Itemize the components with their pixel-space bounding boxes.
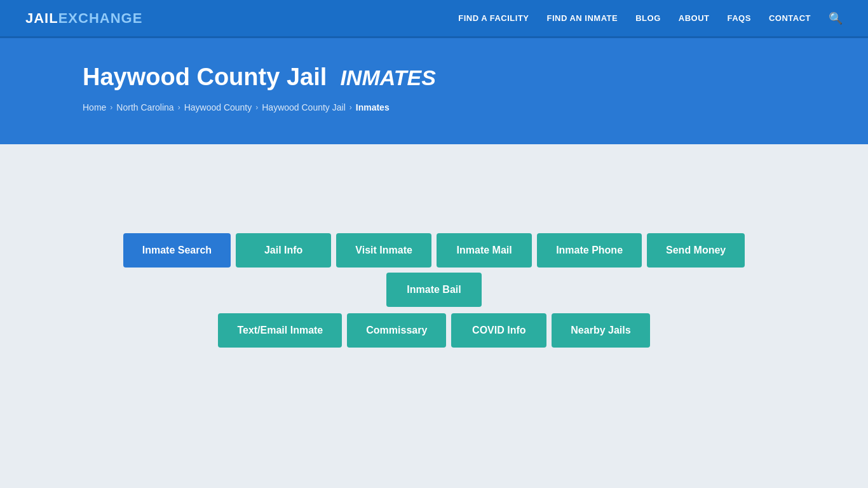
nav-about[interactable]: ABOUT: [679, 13, 710, 23]
breadcrumb-sep-1: ›: [110, 103, 112, 112]
btn-visit-inmate[interactable]: Visit Inmate: [336, 233, 431, 268]
logo-exchange: EXCHANGE: [58, 10, 143, 26]
nav-contact[interactable]: CONTACT: [769, 13, 811, 23]
breadcrumb-sep-3: ›: [255, 103, 258, 112]
buttons-section: Inmate Search Jail Info Visit Inmate Inm…: [83, 233, 785, 348]
buttons-row-2: Text/Email Inmate Commissary COVID Info …: [218, 313, 649, 348]
page-title-italic: INMATES: [340, 65, 435, 90]
page-title: Haywood County Jail INMATES: [83, 64, 843, 91]
hero-section: Haywood County Jail INMATES Home › North…: [0, 38, 868, 144]
main-nav: FIND A FACILITY FIND AN INMATE BLOG ABOU…: [458, 11, 843, 25]
btn-text-email-inmate[interactable]: Text/Email Inmate: [218, 313, 342, 348]
breadcrumb-sep-4: ›: [349, 103, 352, 112]
page-title-main: Haywood County Jail: [83, 64, 327, 90]
breadcrumb-sep-2: ›: [178, 103, 180, 112]
btn-inmate-phone[interactable]: Inmate Phone: [537, 233, 642, 268]
search-icon-button[interactable]: 🔍: [829, 11, 843, 25]
logo-jail: JAIL: [25, 10, 58, 26]
nav-faqs[interactable]: FAQs: [728, 13, 751, 23]
btn-nearby-jails[interactable]: Nearby Jails: [552, 313, 649, 348]
breadcrumb-haywood-county[interactable]: Haywood County: [184, 102, 252, 112]
buttons-row-1: Inmate Search Jail Info Visit Inmate Inm…: [83, 233, 785, 307]
breadcrumb-home[interactable]: Home: [83, 102, 106, 112]
nav-blog[interactable]: BLOG: [635, 13, 661, 23]
btn-inmate-mail[interactable]: Inmate Mail: [437, 233, 532, 268]
nav-find-inmate[interactable]: FIND AN INMATE: [547, 13, 618, 23]
site-header: JAILEXCHANGE FIND A FACILITY FIND AN INM…: [0, 0, 868, 38]
btn-inmate-search[interactable]: Inmate Search: [123, 233, 231, 268]
breadcrumb-current: Inmates: [356, 102, 390, 112]
btn-commissary[interactable]: Commissary: [347, 313, 446, 348]
breadcrumb-haywood-jail[interactable]: Haywood County Jail: [262, 102, 346, 112]
btn-send-money[interactable]: Send Money: [647, 233, 745, 268]
site-logo[interactable]: JAILEXCHANGE: [25, 10, 142, 27]
main-content: Inmate Search Jail Info Visit Inmate Inm…: [0, 144, 868, 462]
btn-jail-info[interactable]: Jail Info: [236, 233, 331, 268]
breadcrumb-nc[interactable]: North Carolina: [116, 102, 173, 112]
breadcrumb: Home › North Carolina › Haywood County ›…: [83, 102, 843, 112]
btn-covid-info[interactable]: COVID Info: [451, 313, 546, 348]
nav-find-facility[interactable]: FIND A FACILITY: [458, 13, 529, 23]
btn-inmate-bail[interactable]: Inmate Bail: [386, 273, 482, 307]
